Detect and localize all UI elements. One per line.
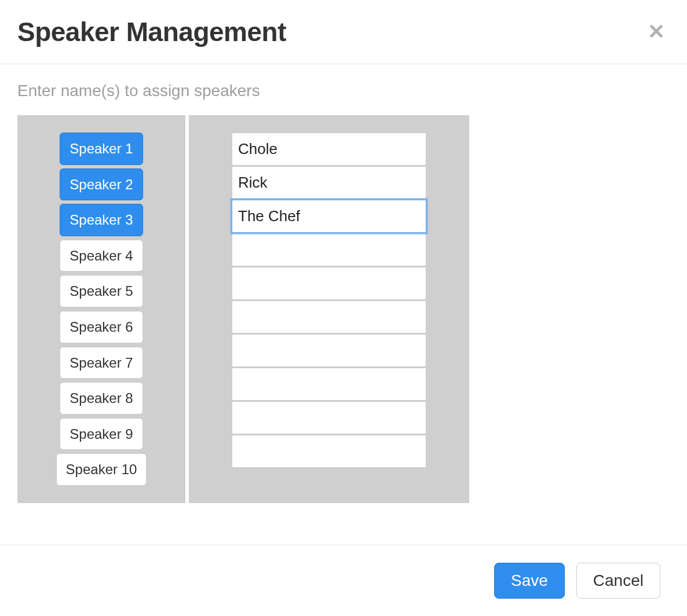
modal-footer: Save Cancel [0,545,687,616]
speaker-button-4[interactable]: Speaker 4 [60,240,142,272]
speaker-name-input-6[interactable] [232,300,426,333]
speaker-name-input-5[interactable] [232,267,426,300]
speaker-name-input-8[interactable] [232,368,426,401]
name-input-panel [189,115,469,503]
speaker-name-input-9[interactable] [232,401,426,434]
speaker-name-input-10[interactable] [232,435,426,468]
speaker-name-input-3[interactable] [232,200,426,233]
speaker-name-input-1[interactable] [232,133,426,166]
speaker-button-8[interactable]: Speaker 8 [60,382,142,415]
speaker-button-6[interactable]: Speaker 6 [60,311,142,343]
speaker-button-10[interactable]: Speaker 10 [56,453,147,486]
speaker-name-input-2[interactable] [232,166,426,199]
speaker-button-5[interactable]: Speaker 5 [60,275,142,307]
speaker-button-3[interactable]: Speaker 3 [60,204,142,236]
speaker-button-2[interactable]: Speaker 2 [60,168,142,201]
modal-body: Enter name(s) to assign speakers Speaker… [0,64,687,545]
speaker-management-modal: Speaker Management ✕ Enter name(s) to as… [0,0,687,616]
panels-container: Speaker 1Speaker 2Speaker 3Speaker 4Spea… [17,115,469,503]
close-icon: ✕ [648,20,665,43]
speaker-button-7[interactable]: Speaker 7 [60,347,142,379]
speaker-button-9[interactable]: Speaker 9 [60,418,142,450]
modal-title: Speaker Management [17,16,286,47]
cancel-button[interactable]: Cancel [576,563,660,599]
speaker-list-panel: Speaker 1Speaker 2Speaker 3Speaker 4Spea… [17,115,185,503]
modal-header: Speaker Management ✕ [0,0,687,64]
speaker-name-input-7[interactable] [232,334,426,367]
modal-subheading: Enter name(s) to assign speakers [17,82,670,100]
close-button[interactable]: ✕ [643,19,670,45]
speaker-button-1[interactable]: Speaker 1 [60,133,142,165]
save-button[interactable]: Save [494,563,565,599]
speaker-name-input-4[interactable] [232,233,426,266]
